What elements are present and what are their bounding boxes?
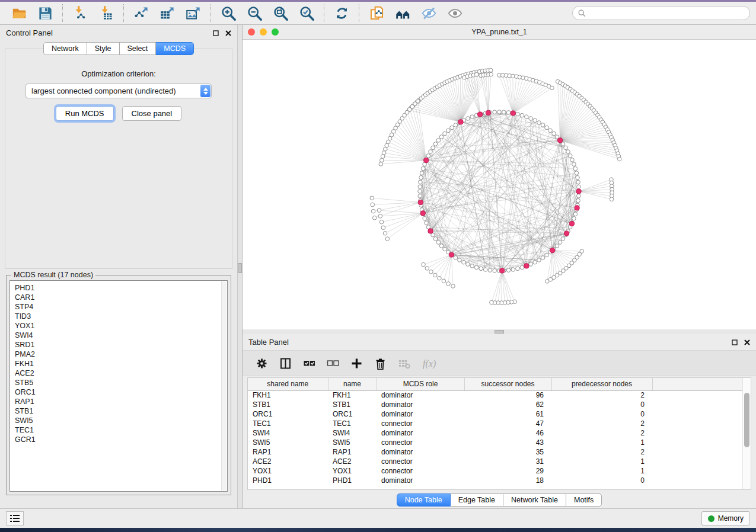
result-node-item[interactable]: ACE2 <box>15 368 222 378</box>
result-node-item[interactable]: ORC1 <box>15 387 222 397</box>
result-node-item[interactable]: FKH1 <box>15 359 222 368</box>
task-history-button[interactable] <box>6 511 24 525</box>
table-row[interactable]: YOX1YOX1connector291 <box>248 466 742 476</box>
cell-name[interactable]: TEC1 <box>328 419 377 428</box>
search-input[interactable] <box>589 9 744 17</box>
add-column-button[interactable] <box>347 354 366 373</box>
import-network-button[interactable] <box>67 3 93 23</box>
attribute-table[interactable]: shared namenameMCDS rolesuccessor nodesp… <box>248 378 742 485</box>
close-panel-button[interactable]: Close panel <box>122 106 182 121</box>
export-image-button[interactable] <box>180 3 206 23</box>
column-header-name[interactable]: name <box>328 378 377 390</box>
cell-MCDS-role[interactable]: dominator <box>377 447 464 457</box>
deselect-all-button[interactable] <box>323 354 342 373</box>
open-file-button[interactable] <box>6 3 32 23</box>
result-node-item[interactable]: RAP1 <box>15 397 222 406</box>
cell-name[interactable]: SWI5 <box>328 438 377 447</box>
run-mcds-button[interactable]: Run MCDS <box>56 106 114 121</box>
table-options-button[interactable] <box>252 354 271 373</box>
cell-successor-nodes[interactable]: 35 <box>464 447 551 457</box>
cell-name[interactable]: ACE2 <box>328 457 377 466</box>
column-header-successor-nodes[interactable]: successor nodes <box>464 378 551 390</box>
cell-shared-name[interactable]: RAP1 <box>248 447 328 457</box>
result-node-item[interactable]: TEC1 <box>15 425 222 435</box>
zoom-selected-button[interactable] <box>294 3 320 23</box>
tab-network[interactable]: Network <box>43 42 87 55</box>
cell-MCDS-role[interactable]: dominator <box>377 390 464 400</box>
cell-MCDS-role[interactable]: dominator <box>377 400 464 409</box>
table-row[interactable]: SWI4SWI4dominator462 <box>248 428 742 438</box>
scrollbar-thumb[interactable] <box>744 393 749 447</box>
cell-name[interactable]: PHD1 <box>328 476 377 485</box>
close-panel-icon[interactable] <box>744 339 750 345</box>
import-table-button[interactable] <box>93 3 119 23</box>
cell-MCDS-role[interactable]: connector <box>377 419 464 428</box>
cell-predecessor-nodes[interactable]: 2 <box>551 428 652 438</box>
cell-shared-name[interactable]: STB1 <box>248 400 328 409</box>
cell-predecessor-nodes[interactable]: 2 <box>551 390 652 400</box>
table-row[interactable]: RAP1RAP1dominator352 <box>248 447 742 457</box>
close-window-button[interactable] <box>248 28 255 36</box>
network-graph[interactable] <box>243 40 753 329</box>
cell-shared-name[interactable]: TEC1 <box>248 419 328 428</box>
zoom-out-button[interactable] <box>241 3 267 23</box>
select-all-button[interactable] <box>299 354 318 373</box>
clone-network-button[interactable] <box>363 3 390 23</box>
result-node-item[interactable]: YOX1 <box>15 321 222 331</box>
result-node-item[interactable]: SWI5 <box>15 416 222 425</box>
cell-predecessor-nodes[interactable]: 0 <box>551 476 652 485</box>
zoom-window-button[interactable] <box>272 28 279 36</box>
result-scrollbar[interactable] <box>221 281 227 491</box>
splitter-handle[interactable] <box>238 263 242 273</box>
cell-MCDS-role[interactable]: connector <box>377 466 464 476</box>
delete-column-button[interactable] <box>371 354 390 373</box>
cell-successor-nodes[interactable]: 18 <box>464 476 551 485</box>
cell-successor-nodes[interactable]: 46 <box>464 428 551 438</box>
table-row[interactable]: TEC1TEC1connector472 <box>248 419 742 428</box>
tab-node-table[interactable]: Node Table <box>397 493 451 507</box>
result-node-item[interactable]: STP4 <box>15 302 222 312</box>
cell-successor-nodes[interactable]: 43 <box>464 438 551 447</box>
result-node-item[interactable]: SRD1 <box>15 340 222 350</box>
horizontal-splitter[interactable] <box>243 329 756 334</box>
cell-MCDS-role[interactable]: dominator <box>377 409 464 419</box>
cell-successor-nodes[interactable]: 47 <box>464 419 551 428</box>
minimize-window-button[interactable] <box>260 28 267 36</box>
zoom-in-button[interactable] <box>215 3 241 23</box>
save-session-button[interactable] <box>32 3 58 23</box>
cell-successor-nodes[interactable]: 61 <box>464 409 551 419</box>
search-box[interactable] <box>572 6 750 20</box>
network-canvas[interactable] <box>243 40 756 329</box>
result-node-item[interactable]: PMA2 <box>15 350 222 359</box>
cell-MCDS-role[interactable]: connector <box>377 438 464 447</box>
result-node-item[interactable]: CAR1 <box>15 293 222 302</box>
cell-name[interactable]: ORC1 <box>328 409 377 419</box>
criterion-select[interactable]: largest connected component (undirected) <box>25 84 212 98</box>
result-node-item[interactable]: PHD1 <box>15 283 222 293</box>
cell-successor-nodes[interactable]: 29 <box>464 466 551 476</box>
float-panel-icon[interactable] <box>732 339 738 345</box>
cell-name[interactable]: YOX1 <box>328 466 377 476</box>
memory-button[interactable]: Memory <box>701 511 750 525</box>
hide-selected-button[interactable] <box>416 3 442 23</box>
cell-successor-nodes[interactable]: 96 <box>464 390 551 400</box>
float-panel-icon[interactable] <box>213 30 219 36</box>
cell-shared-name[interactable]: ACE2 <box>248 457 328 466</box>
column-header-shared-name[interactable]: shared name <box>248 378 328 390</box>
export-table-button[interactable] <box>154 3 180 23</box>
tab-style[interactable]: Style <box>87 42 120 55</box>
tab-edge-table[interactable]: Edge Table <box>451 493 503 507</box>
result-node-item[interactable]: GCR1 <box>15 435 222 444</box>
apply-layout-button[interactable] <box>328 3 355 23</box>
table-row[interactable]: SWI5SWI5connector431 <box>248 438 742 447</box>
close-panel-icon[interactable] <box>225 30 231 36</box>
column-header-MCDS-role[interactable]: MCDS role <box>377 378 464 390</box>
cell-MCDS-role[interactable]: dominator <box>377 428 464 438</box>
table-row[interactable]: PHD1PHD1dominator180 <box>248 476 742 485</box>
cell-predecessor-nodes[interactable]: 2 <box>551 447 652 457</box>
cell-predecessor-nodes[interactable]: 2 <box>551 419 652 428</box>
cell-predecessor-nodes[interactable]: 1 <box>551 438 652 447</box>
result-node-item[interactable]: STB5 <box>15 378 222 387</box>
table-row[interactable]: ACE2ACE2connector311 <box>248 457 742 466</box>
cell-shared-name[interactable]: SWI4 <box>248 428 328 438</box>
